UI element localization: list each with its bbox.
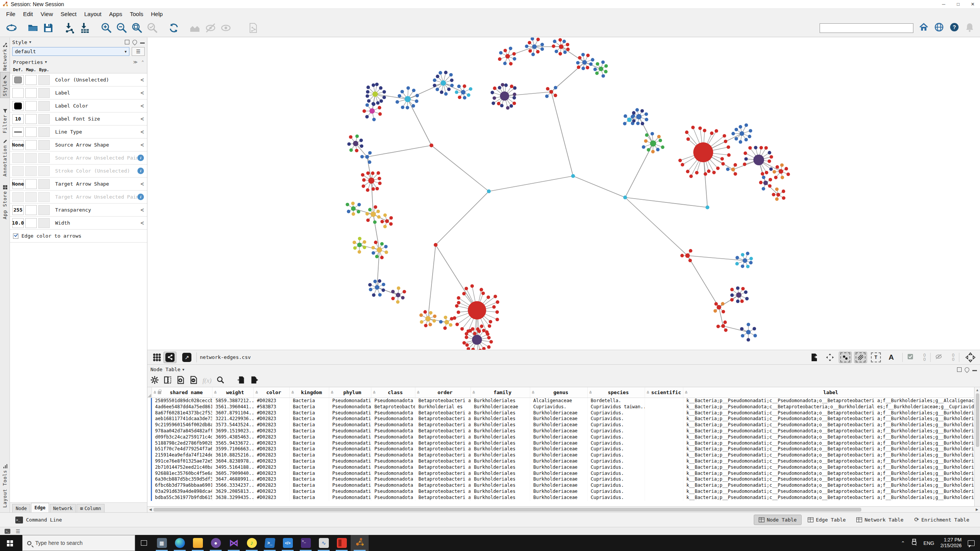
hscroll-thumb[interactable] xyxy=(154,508,861,512)
table-title-caret-icon[interactable]: ▼ xyxy=(182,368,184,372)
mapping-cell[interactable] xyxy=(25,101,37,111)
table-cell[interactable]: Burkholderiaceae xyxy=(530,410,588,416)
default-value-cell[interactable]: 10.0 xyxy=(12,218,24,228)
table-cell[interactable]: #D02823 xyxy=(254,422,290,428)
sidebar-tab-app-store[interactable]: App Store xyxy=(0,183,10,221)
row-gutter[interactable] xyxy=(147,404,152,410)
hide-selected-button[interactable] xyxy=(203,21,218,35)
expand-chevron-wrap[interactable]: < xyxy=(140,129,147,135)
row-gutter[interactable] xyxy=(147,458,152,465)
scroll-up-icon[interactable]: ▲ xyxy=(976,387,978,393)
chevron-left-icon[interactable]: < xyxy=(140,103,144,109)
bypass-cell[interactable] xyxy=(38,153,50,163)
table-cell[interactable]: Bacteria xyxy=(290,428,329,434)
table-cell[interactable]: Bacteria xyxy=(290,410,329,416)
expand-chevron-wrap[interactable]: < xyxy=(140,90,147,96)
network-graph[interactable] xyxy=(147,37,980,350)
mapping-cell[interactable] xyxy=(25,88,37,98)
expand-chevron-wrap[interactable]: < xyxy=(140,142,147,148)
collapse-all-icon[interactable]: ⌃ xyxy=(141,60,144,65)
table-cell[interactable]: Pseudomonadota xyxy=(371,471,415,477)
table-cell[interactable]: #D02823 xyxy=(254,465,290,471)
home-icon[interactable] xyxy=(919,22,929,34)
table-cell[interactable]: Pseudomonadati xyxy=(329,452,371,458)
table-cell[interactable]: 2b710144752eed21c40ba... xyxy=(152,465,212,471)
table-cell[interactable]: Pseudomonadota xyxy=(371,416,415,422)
bypass-cell[interactable] xyxy=(38,75,50,85)
taskbar-search[interactable]: Type here to search xyxy=(22,535,135,551)
table-cell[interactable]: 3565.9433672... xyxy=(212,440,254,447)
select-edges-toggle[interactable] xyxy=(854,352,867,363)
table-cell[interactable]: Cupriavidus. xyxy=(588,495,645,501)
row-gutter[interactable] xyxy=(147,495,152,501)
table-row[interactable]: 6a30cb887d5bc359d5df3...3647.4688991...#… xyxy=(147,476,974,483)
table-cell[interactable] xyxy=(645,465,683,471)
table-cell[interactable]: Betaproteobacteri a xyxy=(415,452,471,458)
import-network-button[interactable] xyxy=(62,21,77,35)
function-builder-button[interactable]: f(x) xyxy=(203,377,212,385)
chevron-left-icon[interactable]: < xyxy=(140,142,144,148)
table-row[interactable]: b51f70c7e4d779254f7a64...3599.7106663...… xyxy=(147,446,974,452)
table-cell[interactable]: Pseudomonadati xyxy=(329,416,371,422)
row-gutter[interactable] xyxy=(147,440,152,447)
table-cell[interactable]: 3495.5164188... xyxy=(212,465,254,471)
table-cell[interactable]: 3699.1519023... xyxy=(212,428,254,434)
taskbar-app-github[interactable]: ● xyxy=(207,535,225,551)
table-row[interactable]: 03a291d639a4de898dca4...3629.2085813...#… xyxy=(147,489,974,495)
sidebar-tab-style[interactable]: Style xyxy=(0,72,10,98)
chevron-left-icon[interactable]: < xyxy=(140,129,144,135)
sidebar-tab-annotation[interactable]: Annotation xyxy=(0,137,10,178)
chevron-left-icon[interactable]: < xyxy=(140,207,144,214)
table-cell[interactable]: Pseudomonadota xyxy=(371,452,415,458)
table-cell[interactable]: Cupriavidus. xyxy=(588,471,645,477)
table-cell[interactable]: Burkholderiaceae xyxy=(530,416,588,422)
table-row[interactable]: 978aa042d7a845d482aff0...3699.1519023...… xyxy=(147,428,974,434)
table-cell[interactable]: Bacteria xyxy=(290,465,329,471)
expand-chevron-wrap[interactable]: < xyxy=(140,207,147,214)
table-cell[interactable]: Burkholderiaceae xyxy=(530,495,588,501)
column-header-order[interactable]: ⋔order xyxy=(415,387,471,398)
column-header-label[interactable]: ⋔label xyxy=(683,387,974,398)
table-cell[interactable]: Burkholderiales xyxy=(471,465,530,471)
style-tab-network[interactable]: Network xyxy=(50,504,76,512)
float-panel-icon[interactable] xyxy=(125,40,129,44)
table-cell[interactable]: Burkholderiales xyxy=(471,410,530,416)
default-value-cell[interactable] xyxy=(12,75,24,85)
table-row[interactable]: 926881ec35760bc4f5e6a...3605.7909040...#… xyxy=(147,471,974,477)
table-cell[interactable] xyxy=(645,398,683,404)
zoom-in-button[interactable] xyxy=(99,21,114,35)
table-cell[interactable]: Pseudomonadati xyxy=(329,476,371,483)
menu-apps[interactable]: Apps xyxy=(105,10,126,18)
table-cell[interactable] xyxy=(645,440,683,447)
bypass-cell[interactable] xyxy=(38,192,50,202)
taskbar-app-file-explorer[interactable] xyxy=(189,535,207,551)
clock[interactable]: 1:27 PM 2/15/2026 xyxy=(940,537,962,549)
table-row[interactable]: 6fbc6b3d779a6bbaa6901...3566.3334237...#… xyxy=(147,483,974,489)
delete-row-button[interactable] xyxy=(189,376,198,386)
table-cell[interactable]: k__Bacteria;p__Pseudomonadati;c__Pseudom… xyxy=(683,428,974,434)
table-cell[interactable]: Bacteria xyxy=(290,471,329,477)
table-cell[interactable]: Pseudomonadota xyxy=(371,440,415,447)
network-from-selection-button[interactable] xyxy=(246,21,261,35)
row-gutter[interactable] xyxy=(147,428,152,434)
table-cell[interactable]: Cupriavidus. xyxy=(588,458,645,465)
maximize-button[interactable]: □ xyxy=(951,0,965,8)
table-cell[interactable]: 4ad6ee5487dd4a75ed861... xyxy=(152,404,212,410)
taskbar-app-red-app[interactable] xyxy=(333,535,351,551)
table-row[interactable]: aeb168117741dcaa3de73...3221.4229936...#… xyxy=(147,416,974,422)
table-cell[interactable] xyxy=(645,422,683,428)
bypass-cell[interactable] xyxy=(38,101,50,111)
table-cell[interactable]: Burkholderial es xyxy=(415,404,471,410)
table-cell[interactable]: 3629.2085813... xyxy=(212,489,254,495)
table-row[interactable]: 9c21959601546f002db8af...3573.5443524...… xyxy=(147,422,974,428)
default-value-cell[interactable]: None xyxy=(12,140,24,150)
task-list-icon[interactable]: ☰ xyxy=(16,529,20,534)
tray-expand-icon[interactable]: ⌃ xyxy=(901,540,905,546)
row-gutter[interactable] xyxy=(147,446,152,452)
table-cell[interactable]: #D02823 xyxy=(254,440,290,447)
table-cell[interactable]: Burkholderiales xyxy=(471,398,530,404)
table-cell[interactable]: 3221.4229936... xyxy=(212,416,254,422)
mapping-cell[interactable] xyxy=(25,140,37,150)
table-cell[interactable]: aeb168117741dcaa3de73... xyxy=(152,416,212,422)
property-row-source-arrow-shape[interactable]: NoneSource Arrow Shape< xyxy=(10,139,147,152)
